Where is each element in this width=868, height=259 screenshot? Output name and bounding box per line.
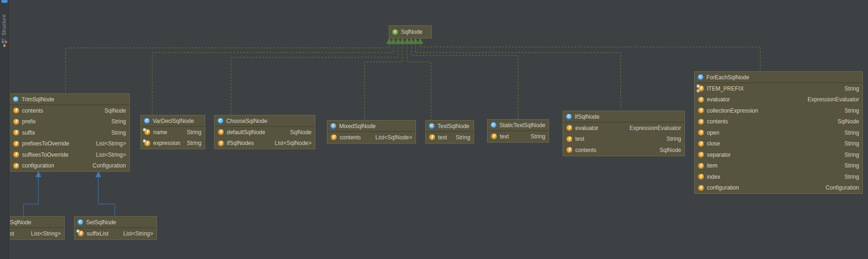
field-type: ExpressionEvaluator	[630, 125, 681, 131]
field-row-expression[interactable]: fexpressionString	[141, 138, 205, 149]
class-node-ForEachSqlNode[interactable]: CForEachSqlNodefITEM_PREFIXStringfevalua…	[694, 71, 863, 194]
structure-tool-button[interactable]: 7: Structure	[1, 11, 7, 41]
class-icon: C	[144, 118, 150, 124]
class-node-SetSqlNode[interactable]: CSetSqlNodefsuffixListList<String>	[74, 216, 157, 240]
field-name: open	[707, 130, 720, 136]
arrowhead-inheritance-SetSqlNode	[96, 172, 101, 177]
field-type: List<SqlNode>	[375, 134, 412, 141]
tool-window-stripe: 7: Structure	[0, 0, 9, 259]
field-name: prefix	[22, 118, 36, 125]
field-row-test[interactable]: ftestString	[563, 134, 684, 145]
class-node-TextSqlNode[interactable]: CTextSqlNodeftextString	[425, 120, 474, 144]
field-name: contents	[575, 147, 596, 153]
field-icon: f	[698, 152, 704, 158]
class-node-SqlNode[interactable]: ISqlNode	[389, 25, 432, 38]
field-icon: f	[13, 152, 19, 158]
field-row-name[interactable]: fnameString	[141, 127, 205, 138]
class-name: TrimSqlNode	[22, 96, 54, 103]
class-icon: C	[490, 122, 497, 128]
field-icon: f	[566, 147, 572, 153]
class-node-MixedSqlNode[interactable]: CMixedSqlNodefcontentsList<SqlNode>	[327, 120, 416, 144]
edge-realization-IfSqlNode[interactable]	[415, 44, 621, 111]
class-name: IfSqlNode	[575, 114, 600, 120]
class-node-VarDeclSqlNode[interactable]: CVarDeclSqlNodefnameStringfexpressionStr…	[141, 115, 205, 149]
field-icon: f	[698, 85, 704, 91]
field-row-collectionExpression[interactable]: fcollectionExpressionString	[695, 105, 862, 116]
field-name: suffixesToOverride	[22, 152, 68, 158]
field-name: suffix	[22, 130, 35, 136]
edge-realization-TrimSqlNode[interactable]	[66, 44, 389, 93]
field-row-text[interactable]: ftextString	[426, 132, 474, 143]
field-type: SqlNode	[660, 147, 681, 153]
field-icon: f	[698, 174, 704, 180]
class-name: ChooseSqlNode	[226, 118, 267, 124]
class-icon: C	[330, 123, 336, 129]
field-row-configuration[interactable]: fconfigurationConfiguration	[695, 183, 862, 194]
field-row-ITEM_PREFIX[interactable]: fITEM_PREFIXString	[695, 83, 862, 94]
field-row-open[interactable]: fopenString	[695, 127, 862, 138]
field-row-text[interactable]: ftextString	[488, 131, 549, 142]
field-icon: f	[13, 107, 19, 114]
field-row-index[interactable]: findexString	[695, 171, 862, 183]
tool-stripe-partial-icon[interactable]	[1, 0, 7, 3]
edge-realization-ChooseSqlNode[interactable]	[231, 44, 398, 115]
field-row-contents[interactable]: fcontentsList<SqlNode>	[327, 132, 415, 143]
field-type: ExpressionEvaluator	[808, 96, 859, 103]
field-row-item[interactable]: fitemString	[695, 160, 862, 172]
field-name: evaluator	[575, 125, 598, 131]
class-node-StaticTextSqlNode[interactable]: CStaticTextSqlNodeftextString	[487, 119, 549, 143]
field-icon: f	[698, 97, 704, 103]
class-title-bar: CStaticTextSqlNode	[488, 120, 549, 131]
field-icon: f	[698, 141, 704, 147]
edge-inheritance-SetSqlNode[interactable]	[98, 177, 115, 216]
structure-icon[interactable]	[1, 40, 8, 47]
field-icon: f	[218, 140, 224, 146]
class-name: SqlNode	[401, 29, 423, 35]
edge-realization-VarDeclSqlNode[interactable]	[152, 44, 393, 115]
field-name: contents	[707, 118, 728, 125]
edge-realization-ForEachSqlNode[interactable]	[420, 44, 760, 71]
class-node-ChooseSqlNode[interactable]: CChooseSqlNodefdefaultSqlNodeSqlNodefifS…	[214, 115, 315, 149]
diagram-canvas[interactable]: ISqlNodeCTrimSqlNodefcontentsSqlNodefpre…	[0, 0, 868, 259]
field-row-contents[interactable]: fcontentsSqlNode	[695, 116, 862, 128]
edge-realization-TextSqlNode[interactable]	[407, 44, 431, 120]
field-row-contents[interactable]: fcontentsSqlNode	[563, 145, 684, 156]
field-type: Configuration	[826, 184, 859, 191]
class-title-bar: CForEachSqlNode	[695, 72, 862, 83]
field-row-configuration[interactable]: fconfigurationConfiguration	[10, 160, 129, 172]
class-node-IfSqlNode[interactable]: CIfSqlNodefevaluatorExpressionEvaluatorf…	[563, 111, 685, 156]
class-name: VarDeclSqlNode	[153, 118, 194, 124]
class-icon: C	[429, 123, 435, 129]
field-row-evaluator[interactable]: fevaluatorExpressionEvaluator	[563, 122, 684, 134]
field-icon: f	[13, 141, 19, 147]
class-title-bar: CVarDeclSqlNode	[141, 115, 205, 127]
class-node-TrimSqlNode[interactable]: CTrimSqlNodefcontentsSqlNodefprefixStrin…	[9, 93, 130, 172]
field-row-prefixesToOverride[interactable]: fprefixesToOverrideList<String>	[10, 138, 129, 150]
field-row-suffixesToOverride[interactable]: fsuffixesToOverrideList<String>	[10, 149, 129, 160]
field-type: String	[531, 133, 545, 140]
field-row-close[interactable]: fcloseString	[695, 138, 862, 150]
field-row-evaluator[interactable]: fevaluatorExpressionEvaluator	[695, 94, 862, 106]
field-type: String	[845, 162, 859, 169]
edge-realization-MixedSqlNode[interactable]	[364, 44, 402, 120]
arrowhead-inheritance-ClippedSqlNode	[36, 172, 41, 177]
field-name: text	[500, 133, 509, 140]
field-name: item	[707, 162, 718, 169]
edge-realization-StaticTextSqlNode[interactable]	[411, 44, 518, 119]
edge-inheritance-ClippedSqlNode[interactable]	[23, 177, 38, 216]
field-row-contents[interactable]: fcontentsSqlNode	[10, 105, 129, 116]
field-name: evaluator	[707, 96, 730, 103]
field-name: text	[438, 134, 447, 141]
class-icon: C	[217, 118, 223, 124]
field-row-suffixList[interactable]: fsuffixListList<String>	[74, 228, 156, 239]
field-row-separator[interactable]: fseparatorString	[695, 149, 862, 160]
field-name: index	[707, 174, 720, 180]
field-name: prefixesToOverride	[22, 140, 69, 147]
field-row-prefix[interactable]: fprefixString	[10, 116, 129, 128]
field-row-defaultSqlNode[interactable]: fdefaultSqlNodeSqlNode	[215, 127, 315, 138]
arrowhead-realization-ForEachSqlNode	[418, 38, 423, 44]
class-name: StaticTextSqlNode	[499, 122, 545, 129]
field-row-ifSqlNodes[interactable]: fifSqlNodesList<SqlNode>	[215, 138, 315, 149]
field-icon: f	[698, 185, 704, 191]
field-row-suffix[interactable]: fsuffixString	[10, 127, 129, 138]
